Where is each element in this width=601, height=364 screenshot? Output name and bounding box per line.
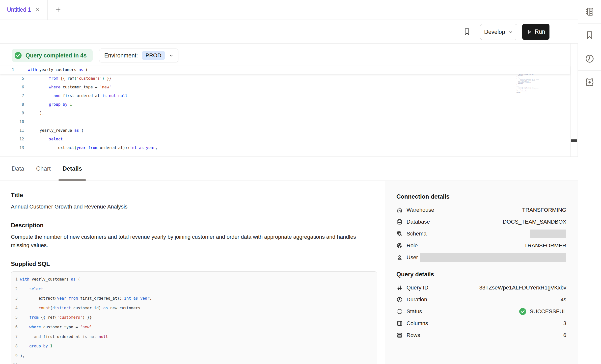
line-content: from {{ ref('customers') }}	[20, 313, 92, 322]
rows-row: Rows6	[396, 329, 566, 341]
sidebar-bookmark-button[interactable]	[578, 24, 601, 47]
status-row: StatusSUCCESSFUL	[396, 306, 566, 317]
line-content: select	[20, 284, 43, 294]
detail-label: Database	[407, 219, 430, 225]
schema-row: Schema	[396, 228, 566, 240]
environment-dropdown[interactable]: Environment: PROD	[99, 49, 178, 62]
code-editor[interactable]: 1with yearly_customers as (5 from {{ ref…	[0, 66, 570, 156]
sql-line: 2 select	[11, 284, 377, 294]
line-content: select	[40, 135, 63, 144]
editor-scrollbar[interactable]	[570, 44, 577, 156]
title-heading: Title	[11, 192, 385, 199]
tab-data[interactable]: Data	[12, 157, 24, 181]
editor-line[interactable]: 8 group by 1	[0, 100, 570, 109]
chevron-down-icon	[508, 29, 513, 34]
line-number: 8	[0, 100, 24, 109]
line-number: 13	[0, 144, 24, 152]
sql-line: 8 group by 1	[11, 341, 377, 351]
line-number: 9	[0, 109, 24, 118]
details-left-column: Title Annual Customer Growth and Revenue…	[0, 181, 385, 364]
database-icon	[396, 219, 403, 225]
develop-dropdown[interactable]: Develop	[480, 24, 517, 40]
line-number: 6	[0, 83, 24, 92]
tab-untitled-1[interactable]: Untitled 1	[0, 0, 48, 20]
line-content: with yearly_customers as (	[20, 275, 80, 284]
description-value: Compute the number of new customers and …	[11, 233, 356, 250]
line-content: extract(year from first_ordered_at)::int…	[20, 294, 152, 303]
detail-label: User	[407, 254, 418, 261]
rows-icon	[396, 332, 403, 338]
editor-lines: 1with yearly_customers as (5 from {{ ref…	[0, 66, 570, 152]
bookmark-button[interactable]	[461, 26, 473, 38]
detail-value: TRANSFORMING	[522, 207, 566, 213]
database-row: DatabaseDOCS_TEAM_SANDBOX	[396, 216, 566, 228]
sql-line: 9),	[11, 351, 377, 361]
sql-line: 1with yearly_customers as (	[11, 275, 377, 284]
editor-line[interactable]: 6 where customer_type = 'new'	[0, 83, 570, 92]
result-tabs: DataChartDetails	[0, 156, 578, 181]
minimap-line: order by 1	[517, 92, 549, 93]
editor-line[interactable]: 13 extract(year from ordered_at)::int as…	[0, 144, 570, 152]
user-row: User	[396, 252, 566, 263]
detail-value: TRANSFORMER	[524, 242, 566, 249]
line-content: and first_ordered_at is not null	[20, 332, 108, 342]
line-content: yearly_revenue as (	[40, 126, 83, 135]
bookmark-icon	[585, 30, 595, 40]
sidebar-notebook-button[interactable]	[578, 0, 601, 24]
sticky-editor-line[interactable]: 1with yearly_customers as (	[0, 66, 570, 74]
app-root: Untitled 1 Develop Run Query completed i…	[0, 0, 601, 364]
spinner-icon	[396, 308, 403, 315]
role-row: RoleTRANSFORMER	[396, 240, 566, 252]
sql-line: 5 from {{ ref('customers') }}	[11, 313, 377, 322]
line-content: where customer_type = 'new'	[40, 83, 111, 92]
close-icon[interactable]	[35, 7, 40, 12]
editor-line[interactable]: 7 and first_ordered_at is not null	[0, 92, 570, 100]
line-number: 10	[0, 118, 24, 126]
compass-icon	[585, 77, 595, 87]
sidebar-compass-button[interactable]	[578, 71, 601, 94]
develop-label: Develop	[484, 29, 505, 35]
editor-line[interactable]: 12 select	[0, 135, 570, 144]
tab-details[interactable]: Details	[62, 157, 82, 181]
sql-line: 10	[11, 361, 377, 364]
detail-label: Role	[407, 242, 418, 249]
tab-chart[interactable]: Chart	[36, 157, 51, 181]
detail-label: Rows	[407, 332, 420, 338]
details-right-column: Connection details WarehouseTRANSFORMING…	[385, 181, 578, 364]
warehouse-row: WarehouseTRANSFORMING	[396, 204, 566, 216]
editor-line[interactable]: 9),	[0, 109, 570, 118]
history-icon	[585, 54, 595, 64]
warehouse-icon	[396, 207, 403, 213]
detail-value: 4s	[561, 296, 566, 303]
chevron-down-icon	[169, 53, 174, 58]
role-icon	[396, 242, 403, 249]
line-number: 10	[11, 361, 18, 364]
line-number: 7	[11, 332, 18, 342]
sql-line: 7 and first_ordered_at is not null	[11, 332, 377, 342]
line-content: group by 1	[20, 341, 53, 351]
query-details-rows: Query ID33TZseWpe1ALFDUYerxR1gVKxbvDurat…	[396, 282, 578, 341]
scrollbar-thumb[interactable]	[571, 139, 577, 142]
columns-icon	[396, 320, 403, 327]
toolbar: Develop Run	[0, 20, 578, 44]
right-sidebar	[578, 0, 601, 364]
editor-line[interactable]: 11yearly_revenue as (	[0, 126, 570, 135]
sidebar-history-button[interactable]	[578, 47, 601, 71]
duration-row: Duration4s	[396, 294, 566, 306]
line-content: from {{ ref('customers') }}	[40, 74, 111, 83]
redacted-value	[530, 230, 566, 238]
detail-value: DOCS_TEAM_SANDBOX	[503, 219, 566, 225]
redacted-value	[420, 253, 566, 262]
title-value: Annual Customer Growth and Revenue Analy…	[11, 203, 356, 211]
new-tab-button[interactable]	[53, 5, 63, 15]
editor-line[interactable]: 5 from {{ ref('customers') }}	[0, 74, 570, 83]
run-button[interactable]: Run	[522, 24, 549, 40]
sql-line: 3 extract(year from first_ordered_at)::i…	[11, 294, 377, 303]
sql-line: 4 count(distinct customer_id) as new_cus…	[11, 303, 377, 313]
detail-value: 33TZseWpe1ALFDUYerxR1gVKxbv	[479, 285, 566, 291]
detail-value	[420, 253, 566, 262]
editor-line[interactable]: 10	[0, 118, 570, 126]
detail-label: Columns	[407, 320, 428, 327]
line-number: 3	[11, 294, 18, 303]
line-number: 9	[11, 351, 18, 361]
